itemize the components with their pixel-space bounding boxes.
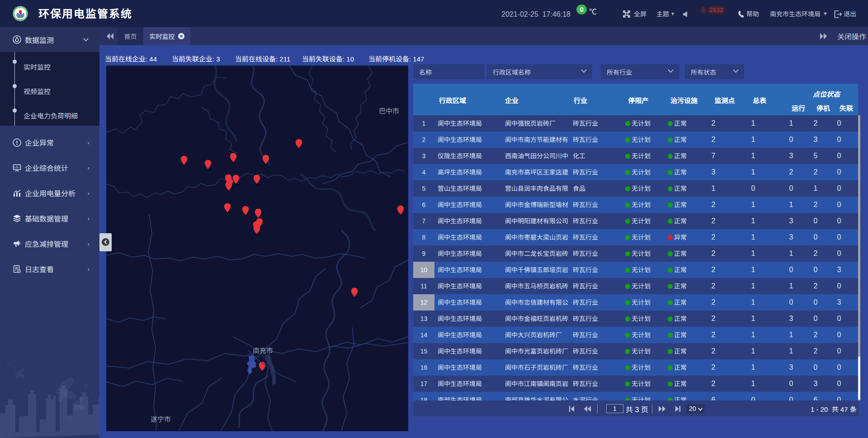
svg-text:巴中市: 巴中市: [379, 107, 399, 115]
svg-text:南充市: 南充市: [253, 347, 273, 354]
svg-text:遂宁市: 遂宁市: [151, 415, 171, 423]
